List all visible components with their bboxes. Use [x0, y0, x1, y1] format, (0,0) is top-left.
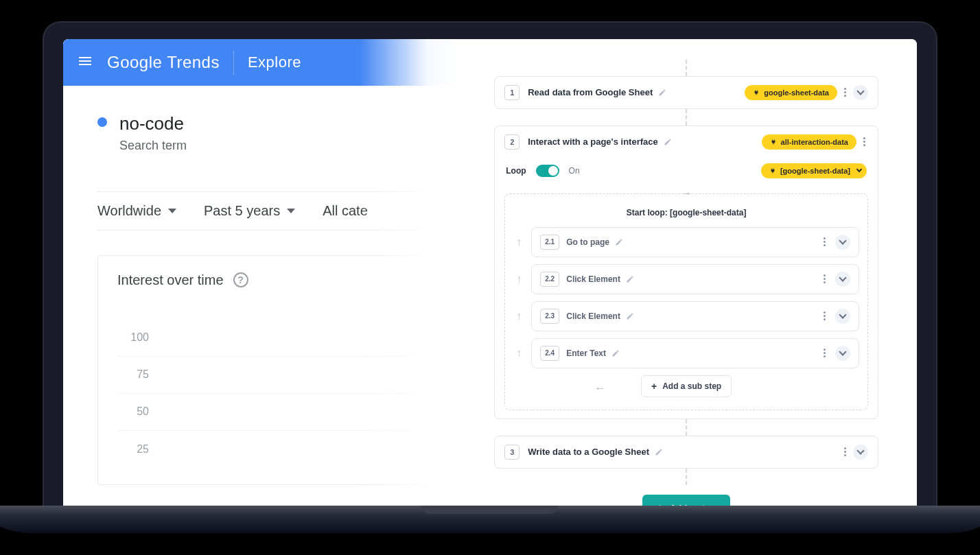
chevron-down-icon [839, 274, 846, 281]
edit-icon[interactable] [655, 448, 663, 456]
step-number: 3 [504, 445, 520, 460]
chart-card: Interest over time ? 100 75 50 25 [97, 255, 435, 485]
kebab-menu-icon[interactable] [821, 346, 828, 360]
add-step-label: Add a step [670, 503, 715, 506]
step-1-tag[interactable]: google-sheet-data [745, 85, 837, 100]
loop-source-pill[interactable]: [google-sheet-data] [761, 163, 867, 178]
step-2-tag[interactable]: all-interaction-data [762, 134, 856, 150]
google-trends-panel: Google Trends Explore no-code Search ter… [63, 39, 456, 506]
filter-region-label: Worldwide [97, 203, 161, 219]
edit-icon[interactable] [664, 138, 672, 146]
edit-icon[interactable] [658, 88, 666, 97]
trends-header: Google Trends Explore [63, 39, 456, 86]
substep-row: ↑ 2.4 Enter Text [513, 338, 859, 368]
edit-icon[interactable] [626, 312, 634, 320]
plug-icon [753, 89, 760, 96]
substep-2-1[interactable]: 2.1 Go to page [531, 227, 859, 257]
arrow-right-icon: → [681, 187, 692, 200]
laptop-bezel: Google Trends Explore no-code Search ter… [44, 23, 936, 506]
chart-y-axis: 100 75 50 25 [117, 320, 415, 468]
kebab-menu-icon[interactable] [821, 309, 828, 323]
substep-title: Click Element [566, 311, 620, 321]
substep-number: 2.4 [540, 346, 559, 361]
edit-icon[interactable] [626, 275, 634, 283]
help-icon[interactable]: ? [233, 272, 248, 287]
trends-body: no-code Search term Worldwide Past 5 yea… [63, 86, 456, 485]
substep-title: Enter Text [566, 349, 606, 358]
filters-bar: Worldwide Past 5 years All cate [97, 191, 435, 231]
loop-source-label: [google-sheet-data] [780, 167, 850, 175]
plug-icon [769, 167, 776, 174]
plug-icon [770, 139, 777, 145]
substep-row: ↑ 2.2 Click Element [513, 264, 859, 294]
hamburger-menu-icon[interactable] [77, 53, 93, 72]
kebab-menu-icon[interactable] [821, 235, 828, 249]
chevron-down-icon [856, 87, 864, 95]
header-divider [233, 50, 234, 75]
chevron-down-icon [856, 447, 864, 454]
substep-2-3[interactable]: 2.3 Click Element [531, 301, 859, 331]
y-tick: 75 [117, 368, 149, 381]
google-trends-logo: Google Trends [107, 53, 220, 72]
plus-icon: + [651, 381, 657, 391]
expand-toggle[interactable] [835, 309, 850, 324]
chevron-down-icon [839, 311, 846, 318]
arrow-up-icon: ↑ [513, 310, 524, 322]
step-1-title: Read data from Google Sheet [528, 87, 653, 97]
kebab-menu-icon[interactable] [841, 445, 849, 459]
laptop-notch [421, 506, 559, 514]
brand-trends: Trends [167, 53, 220, 71]
expand-toggle[interactable] [853, 445, 868, 460]
laptop-base [0, 506, 980, 533]
step-number: 1 [504, 85, 520, 100]
edit-icon[interactable] [611, 349, 620, 357]
substep-2-2[interactable]: 2.2 Click Element [531, 264, 859, 294]
workflow-panel: 1 Read data from Google Sheet google-she… [456, 39, 917, 506]
step-3-title: Write data to a Google Sheet [528, 447, 649, 457]
expand-toggle[interactable] [835, 272, 850, 287]
loop-header: Start loop: [google-sheet-data] [513, 208, 859, 217]
expand-toggle[interactable] [835, 346, 850, 361]
step-3-card[interactable]: 3 Write data to a Google Sheet [494, 436, 878, 469]
kebab-menu-icon[interactable] [861, 134, 868, 149]
substep-2-4[interactable]: 2.4 Enter Text [531, 338, 859, 368]
substep-number: 2.1 [540, 235, 559, 250]
kebab-menu-icon[interactable] [821, 272, 828, 286]
search-term-block[interactable]: no-code Search term [97, 113, 435, 153]
tag-label: google-sheet-data [764, 88, 829, 97]
add-step-button[interactable]: + Add a step [642, 495, 731, 506]
y-tick: 100 [117, 331, 149, 344]
chevron-down-icon [856, 167, 862, 172]
tag-label: all-interaction-data [781, 138, 848, 146]
caret-down-icon [287, 209, 295, 213]
step-number: 2 [504, 134, 520, 150]
substep-title: Click Element [566, 274, 620, 284]
substep-row: ↑ 2.3 Click Element [513, 301, 859, 331]
laptop-mockup: Google Trends Explore no-code Search ter… [44, 23, 936, 533]
loop-row: Loop On [google-sheet-data] [504, 159, 868, 182]
y-tick: 50 [117, 405, 149, 418]
chevron-down-icon [839, 237, 846, 244]
nav-explore[interactable]: Explore [248, 54, 301, 71]
filter-period-label: Past 5 years [204, 203, 280, 219]
step-1-card[interactable]: 1 Read data from Google Sheet google-she… [494, 76, 878, 109]
series-dot-icon [97, 117, 107, 127]
edit-icon[interactable] [615, 238, 623, 246]
step-2-card[interactable]: 2 Interact with a page's interface all-i… [494, 126, 878, 419]
arrow-up-icon: ↑ [513, 273, 524, 285]
arrow-left-icon: ← [594, 382, 605, 394]
arrow-up-icon: ↑ [513, 236, 524, 248]
expand-toggle[interactable] [853, 85, 868, 100]
add-substep-button[interactable]: + Add a sub step [641, 375, 732, 397]
plus-icon: + [657, 503, 663, 506]
kebab-menu-icon[interactable] [841, 85, 849, 99]
chart-title: Interest over time [117, 272, 224, 288]
y-tick: 25 [117, 443, 149, 456]
expand-toggle[interactable] [835, 235, 850, 250]
loop-toggle[interactable] [536, 165, 559, 177]
filter-region[interactable]: Worldwide [97, 203, 176, 219]
filter-category[interactable]: All cate [323, 203, 368, 219]
filter-period[interactable]: Past 5 years [204, 203, 295, 219]
brand-google: Google [107, 53, 162, 71]
substep-number: 2.2 [540, 272, 559, 287]
